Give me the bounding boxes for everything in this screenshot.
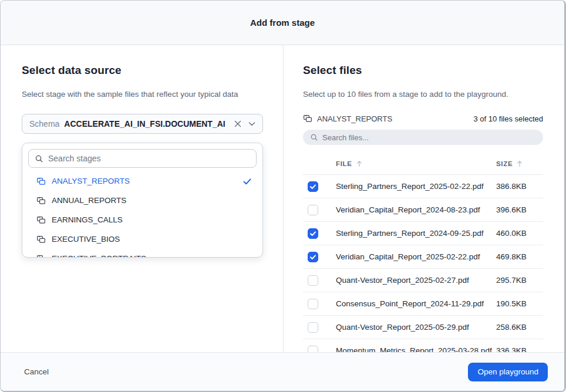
stage-icon [36, 235, 46, 244]
file-name: Momentum_Metrics_Report_2025-03-28.pdf [336, 346, 496, 352]
add-from-stage-modal: Add from stage Select data source Select… [0, 0, 566, 392]
file-name: Quant-Vestor_Report_2025-05-29.pdf [336, 323, 496, 332]
selection-status: 3 of 10 files selected [473, 114, 543, 123]
select-files-title: Select files [303, 64, 543, 77]
stage-list-item[interactable]: ANNUAL_REPORTS [22, 191, 262, 210]
file-size: 469.8KB [496, 252, 543, 261]
file-table: FILE SIZE [303, 153, 543, 352]
file-row[interactable]: Veridian_Capital_Report_2025-02-22.pdf 4… [303, 245, 543, 269]
stage-icon [303, 114, 312, 123]
file-table-header: FILE SIZE [303, 153, 543, 175]
file-checkbox[interactable] [308, 346, 318, 353]
file-row[interactable]: Veridian_Capital_Report_2024-08-23.pdf 3… [303, 198, 543, 222]
stage-name: EXECUTIVE_BIOS [52, 235, 120, 244]
data-source-subtitle: Select stage with the sample files that … [22, 90, 263, 99]
file-row[interactable]: Quant-Vestor_Report_2025-02-27.pdf 295.7… [303, 269, 543, 292]
file-size: 386.8KB [496, 182, 543, 191]
select-files-subtitle: Select up to 10 files from a stage to ad… [303, 90, 543, 99]
stage-name: EARNINGS_CALLS [52, 215, 123, 224]
stage-name: ANALYST_REPORTS [52, 177, 130, 185]
check-icon [309, 230, 316, 237]
schema-value: ACCELERATE_AI_IN_FSI.DOCUMENT_AI [64, 119, 228, 129]
select-data-source-panel: Select data source Select stage with the… [1, 45, 284, 352]
check-icon [309, 183, 316, 190]
stage-name: ANNUAL_REPORTS [52, 196, 126, 205]
file-row[interactable]: Sterling_Partners_Report_2025-02-22.pdf … [303, 175, 543, 198]
stage-search-box[interactable] [28, 149, 257, 168]
open-playground-button[interactable]: Open playground [468, 363, 548, 381]
file-checkbox[interactable] [308, 322, 318, 333]
stage-list: ANALYST_REPORTS ANNUAL_REPORTS EARNINGS_… [22, 171, 262, 258]
clear-icon[interactable] [233, 119, 242, 129]
check-icon [309, 254, 316, 261]
data-source-title: Select data source [22, 64, 263, 77]
file-size: 396.6KB [496, 205, 543, 214]
file-checkbox[interactable] [308, 275, 318, 286]
stage-icon [36, 254, 46, 258]
stage-icon [36, 177, 46, 186]
schema-label: Schema [29, 119, 59, 129]
cancel-button[interactable]: Cancel [24, 367, 49, 376]
file-name: Quant-Vestor_Report_2025-02-27.pdf [336, 276, 496, 285]
column-file[interactable]: FILE [336, 160, 352, 167]
modal-content: Select data source Select stage with the… [1, 45, 564, 352]
stage-name: EXECUTIVE_PORTRAITS [52, 254, 146, 258]
stage-dropdown: ANALYST_REPORTS ANNUAL_REPORTS EARNINGS_… [22, 143, 263, 258]
column-size[interactable]: SIZE [496, 160, 513, 167]
file-name: Sterling_Partners_Report_2024-09-25.pdf [336, 229, 496, 238]
search-icon [310, 133, 318, 141]
file-search-box[interactable] [303, 130, 543, 145]
file-checkbox[interactable] [308, 252, 318, 262]
stage-icon [36, 215, 46, 225]
file-checkbox[interactable] [308, 205, 318, 215]
file-checkbox[interactable] [308, 228, 318, 239]
stage-list-item[interactable]: EXECUTIVE_BIOS [22, 229, 262, 249]
file-row[interactable]: Quant-Vestor_Report_2025-05-29.pdf 258.6… [303, 316, 543, 339]
sort-arrow-icon[interactable] [516, 160, 523, 167]
file-name: Veridian_Capital_Report_2024-08-23.pdf [336, 205, 496, 214]
file-name: Consensus_Point_Report_2024-11-29.pdf [336, 299, 496, 308]
sort-arrow-icon[interactable] [356, 160, 363, 167]
file-size: 190.5KB [496, 299, 543, 308]
current-stage-row: ANALYST_REPORTS 3 of 10 files selected [303, 114, 543, 123]
file-name: Veridian_Capital_Report_2025-02-22.pdf [336, 252, 496, 261]
file-checkbox[interactable] [308, 181, 318, 192]
stage-list-item[interactable]: EXECUTIVE_PORTRAITS [22, 249, 262, 258]
modal-header: Add from stage [1, 1, 564, 45]
file-size: 258.6KB [496, 323, 543, 332]
stage-list-item[interactable]: EARNINGS_CALLS [22, 210, 262, 229]
search-icon [35, 154, 43, 163]
select-files-panel: Select files Select up to 10 files from … [284, 45, 564, 352]
file-size: 295.7KB [496, 276, 543, 285]
chevron-down-icon[interactable] [247, 119, 257, 129]
stage-list-item[interactable]: ANALYST_REPORTS [22, 171, 262, 191]
schema-selector[interactable]: Schema ACCELERATE_AI_IN_FSI.DOCUMENT_AI [22, 114, 263, 134]
current-stage-name: ANALYST_REPORTS [317, 114, 392, 123]
modal-footer: Cancel Open playground [1, 352, 564, 391]
file-checkbox[interactable] [308, 299, 318, 309]
file-search-input[interactable] [322, 133, 536, 142]
file-row[interactable]: Sterling_Partners_Report_2024-09-25.pdf … [303, 222, 543, 245]
file-row[interactable]: Momentum_Metrics_Report_2025-03-28.pdf 3… [303, 339, 543, 352]
file-row[interactable]: Consensus_Point_Report_2024-11-29.pdf 19… [303, 292, 543, 316]
file-size: 336.3KB [496, 346, 543, 352]
stage-search-input[interactable] [48, 154, 250, 163]
modal-title: Add from stage [250, 18, 315, 28]
file-size: 460.0KB [496, 229, 543, 238]
file-name: Sterling_Partners_Report_2025-02-22.pdf [336, 182, 496, 191]
stage-icon [36, 196, 46, 205]
file-rows: Sterling_Partners_Report_2025-02-22.pdf … [303, 175, 543, 352]
check-icon [242, 177, 252, 186]
